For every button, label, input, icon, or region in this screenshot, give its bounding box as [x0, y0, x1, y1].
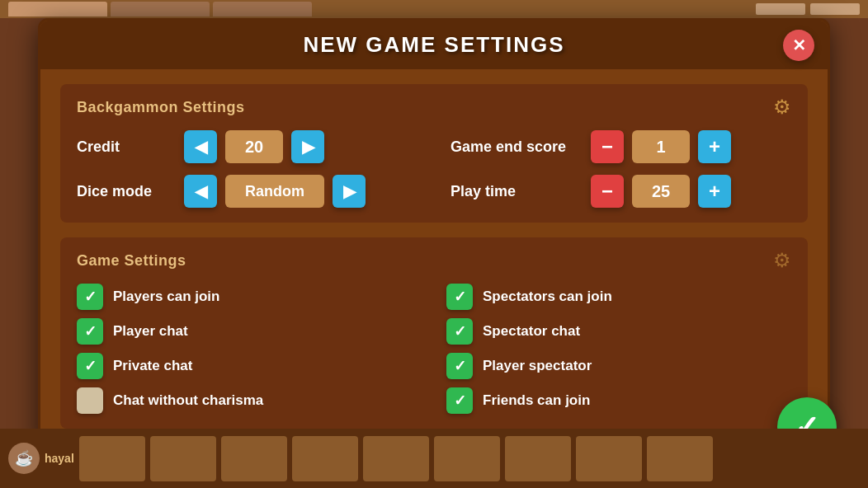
checkbox-checked-icon: ✓: [77, 318, 103, 345]
checkbox-item-spectator-chat[interactable]: ✓Spectator chat: [446, 318, 791, 345]
modal-title-bar: NEW GAME SETTINGS ✕: [40, 21, 828, 69]
game-gear-icon: ⚙: [773, 249, 791, 272]
game-end-value: 1: [632, 130, 690, 163]
play-time-increase-button[interactable]: +: [698, 175, 731, 208]
top-bar: [0, 0, 868, 18]
checkbox-label: Friends can join: [483, 392, 590, 409]
checkbox-label: Spectators can join: [483, 289, 612, 305]
game-section-title: Game Settings: [77, 252, 186, 270]
game-section-header: Game Settings ⚙: [77, 249, 791, 272]
play-time-label: Play time: [451, 183, 583, 200]
backgammon-section-header: Backgammon Settings ⚙: [77, 96, 791, 119]
checkbox-item-spectators-can-join[interactable]: ✓Spectators can join: [446, 284, 791, 310]
tab-2[interactable]: [111, 2, 210, 16]
backgammon-controls-grid: Credit ◀ 20 ▶ Game end score − 1 + Dice …: [77, 130, 791, 208]
checkbox-checked-icon: ✓: [446, 318, 473, 345]
top-btn-1[interactable]: [756, 3, 805, 15]
play-time-decrease-button[interactable]: −: [591, 175, 624, 208]
bottom-tab-7[interactable]: [505, 436, 571, 481]
credit-increase-button[interactable]: ▶: [291, 130, 324, 163]
backgammon-gear-icon: ⚙: [773, 96, 791, 119]
checkbox-label: Spectator chat: [483, 323, 580, 340]
checkbox-checked-icon: ✓: [77, 353, 103, 379]
checkbox-item-player-spectator[interactable]: ✓Player spectator: [446, 353, 791, 379]
checkbox-item-chat-without-charisma[interactable]: Chat without charisma: [77, 387, 422, 414]
checkbox-unchecked-icon: [77, 387, 103, 414]
game-settings-section: Game Settings ⚙ ✓Players can join✓Specta…: [60, 237, 808, 429]
credit-decrease-button[interactable]: ◀: [184, 130, 217, 163]
avatar: ☕: [8, 443, 40, 474]
game-end-decrease-button[interactable]: −: [591, 130, 624, 163]
checkbox-checked-icon: ✓: [446, 353, 473, 379]
user-info: ☕ hayal: [8, 443, 74, 474]
game-end-increase-button[interactable]: +: [698, 130, 731, 163]
game-end-score-label: Game end score: [451, 138, 583, 156]
dice-decrease-button[interactable]: ◀: [184, 175, 217, 208]
dice-mode-label: Dice mode: [77, 183, 176, 200]
bottom-tab-6[interactable]: [434, 436, 500, 481]
checkbox-label: Players can join: [113, 289, 219, 305]
checkbox-item-friends-can-join[interactable]: ✓Friends can join: [446, 387, 791, 414]
checkbox-checked-icon: ✓: [77, 284, 103, 310]
checkbox-label: Player chat: [113, 323, 188, 340]
bottom-tab-3[interactable]: [221, 436, 287, 481]
right-arrow-icon: ▶: [302, 137, 314, 157]
game-end-score-control: Game end score − 1 +: [434, 130, 791, 163]
right-arrow-icon-2: ▶: [343, 181, 356, 201]
left-arrow-icon: ◀: [195, 137, 207, 157]
checkbox-label: Chat without charisma: [113, 392, 263, 409]
dice-mode-control: Dice mode ◀ Random ▶: [77, 175, 434, 208]
bottom-tab-5[interactable]: [363, 436, 429, 481]
backgammon-section-title: Backgammon Settings: [77, 99, 245, 116]
checkbox-item-player-chat[interactable]: ✓Player chat: [77, 318, 422, 345]
bottom-tab-9[interactable]: [647, 436, 713, 481]
top-right-controls: [756, 3, 860, 15]
play-time-value: 25: [632, 175, 690, 208]
checkbox-checked-icon: ✓: [446, 387, 473, 414]
bottom-tab-2[interactable]: [150, 436, 216, 481]
modal-title: NEW GAME SETTINGS: [303, 32, 564, 58]
new-game-settings-modal: NEW GAME SETTINGS ✕ Backgammon Settings …: [38, 18, 830, 451]
credit-control: Credit ◀ 20 ▶: [77, 130, 434, 163]
credit-value: 20: [225, 130, 283, 163]
checkbox-item-private-chat[interactable]: ✓Private chat: [77, 353, 422, 379]
dice-increase-button[interactable]: ▶: [333, 175, 366, 208]
checkbox-checked-icon: ✓: [446, 284, 473, 310]
bottom-tab-8[interactable]: [576, 436, 642, 481]
close-button[interactable]: ✕: [783, 30, 814, 61]
tab-3[interactable]: [213, 2, 312, 16]
tab-1[interactable]: [8, 2, 107, 16]
bottom-bar: ☕ hayal: [0, 429, 868, 488]
bottom-tab-1[interactable]: [79, 436, 145, 481]
username: hayal: [45, 452, 74, 465]
dice-value: Random: [225, 175, 324, 208]
checkbox-label: Player spectator: [483, 358, 592, 374]
top-btn-2[interactable]: [810, 3, 860, 15]
checkbox-item-players-can-join[interactable]: ✓Players can join: [77, 284, 422, 310]
credit-label: Credit: [77, 138, 176, 156]
play-time-control: Play time − 25 +: [434, 175, 791, 208]
checkbox-grid: ✓Players can join✓Spectators can join✓Pl…: [77, 284, 791, 414]
bottom-tab-4[interactable]: [292, 436, 358, 481]
top-tabs: [8, 2, 312, 16]
left-arrow-icon-2: ◀: [195, 181, 207, 201]
checkbox-label: Private chat: [113, 358, 192, 374]
backgammon-settings-section: Backgammon Settings ⚙ Credit ◀ 20 ▶ Game…: [60, 84, 808, 223]
